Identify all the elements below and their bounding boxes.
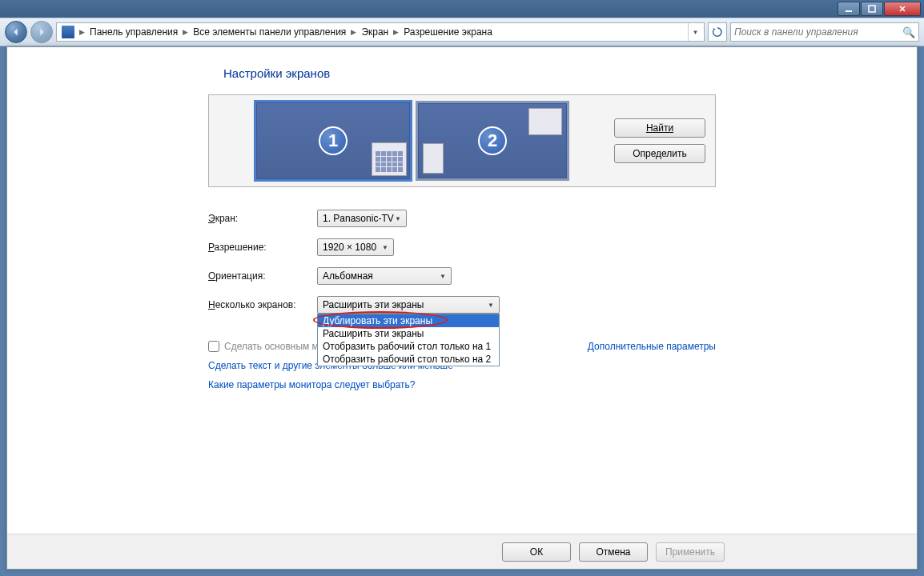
- breadcrumb-item[interactable]: Все элементы панели управления: [190, 26, 349, 38]
- content-area: Настройки экранов 1: [6, 46, 918, 570]
- dropdown-option[interactable]: Отобразить рабочий стол только на 2: [318, 353, 499, 366]
- maximize-button[interactable]: [861, 2, 883, 16]
- identify-button[interactable]: Определить: [614, 144, 705, 163]
- dropdown-option[interactable]: Расширить эти экраны: [318, 327, 499, 340]
- monitor-1[interactable]: 1: [254, 100, 412, 182]
- svg-rect-0: [846, 10, 852, 12]
- monitor-number: 2: [478, 126, 507, 155]
- cancel-button[interactable]: Отмена: [579, 542, 648, 562]
- advanced-settings-link[interactable]: Дополнительные параметры: [588, 341, 716, 352]
- refresh-button[interactable]: [708, 22, 727, 42]
- control-panel-icon: [62, 26, 74, 38]
- back-button[interactable]: [5, 21, 27, 43]
- breadcrumb[interactable]: ▶ Панель управления ▶ Все элементы панел…: [56, 22, 705, 42]
- dropdown-option[interactable]: Дублировать эти экраны: [318, 314, 499, 327]
- breadcrumb-item[interactable]: Панель управления: [86, 26, 181, 38]
- search-input[interactable]: [734, 26, 902, 38]
- breadcrumb-dropdown[interactable]: ▼: [688, 23, 702, 41]
- navbar: ▶ Панель управления ▶ Все элементы панел…: [0, 18, 924, 46]
- search-box[interactable]: 🔍: [730, 22, 919, 42]
- ok-button[interactable]: ОК: [502, 542, 571, 562]
- chevron-right-icon: ▶: [78, 28, 86, 36]
- titlebar: [0, 0, 924, 18]
- orientation-select[interactable]: Альбомная: [317, 267, 452, 285]
- chevron-right-icon: ▶: [181, 28, 190, 36]
- chevron-right-icon: ▶: [349, 28, 358, 36]
- svg-rect-1: [869, 6, 875, 12]
- monitor-help-link[interactable]: Какие параметры монитора следует выбрать…: [208, 379, 716, 390]
- multiple-displays-dropdown: Дублировать эти экраны Расширить эти экр…: [317, 314, 500, 366]
- screen-select[interactable]: 1. Panasonic-TV: [317, 210, 407, 227]
- monitor-preview-box: 1 2: [208, 94, 716, 187]
- page-title: Настройки экранов: [223, 66, 330, 80]
- chevron-right-icon: ▶: [392, 28, 400, 36]
- window-icon: [423, 143, 444, 174]
- breadcrumb-item[interactable]: Экран: [358, 26, 392, 38]
- dropdown-option[interactable]: Отобразить рабочий стол только на 1: [318, 340, 499, 353]
- window-icon: [372, 142, 407, 176]
- primary-monitor-checkbox[interactable]: [208, 341, 219, 352]
- minimize-button[interactable]: [838, 2, 860, 16]
- breadcrumb-item[interactable]: Разрешение экрана: [400, 26, 496, 38]
- search-icon: 🔍: [902, 26, 915, 38]
- forward-button[interactable]: [30, 21, 53, 43]
- window-icon: [528, 108, 562, 135]
- apply-button: Применить: [656, 542, 725, 562]
- multiple-displays-label: Несколько экранов:: [208, 299, 317, 310]
- bottom-bar: ОК Отмена Применить: [7, 534, 917, 569]
- monitor-number: 1: [319, 126, 348, 155]
- monitor-2[interactable]: 2: [416, 101, 569, 181]
- resolution-label: Разрешение:: [208, 242, 317, 253]
- resolution-select[interactable]: 1920 × 1080: [317, 238, 394, 256]
- screen-label: Экран:: [208, 213, 317, 224]
- find-button[interactable]: Найти: [614, 118, 705, 138]
- orientation-label: Ориентация:: [208, 270, 317, 282]
- close-button[interactable]: [884, 2, 921, 16]
- multiple-displays-select[interactable]: Расширить эти экраны: [317, 296, 500, 314]
